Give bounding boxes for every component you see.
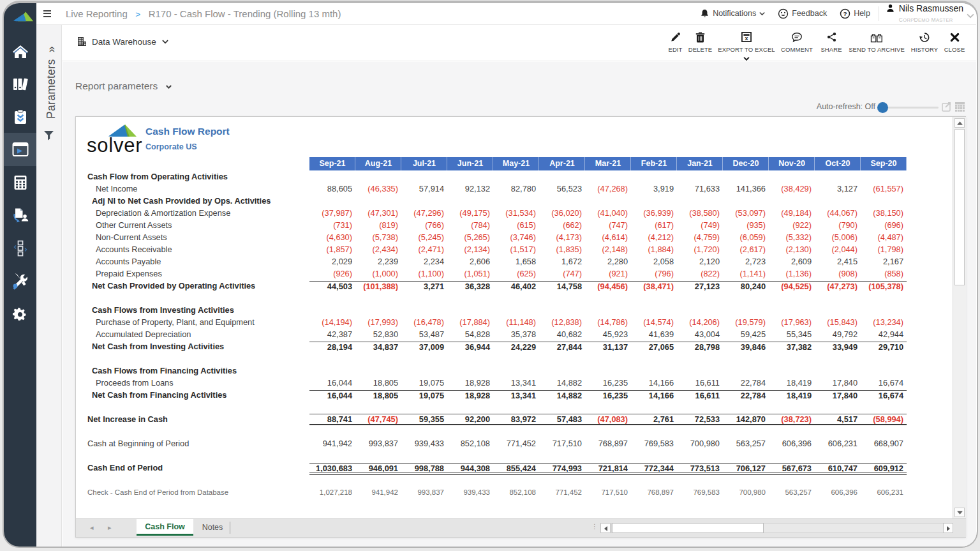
svg-text:x: x: [745, 35, 748, 42]
svg-text:?: ?: [843, 10, 847, 17]
